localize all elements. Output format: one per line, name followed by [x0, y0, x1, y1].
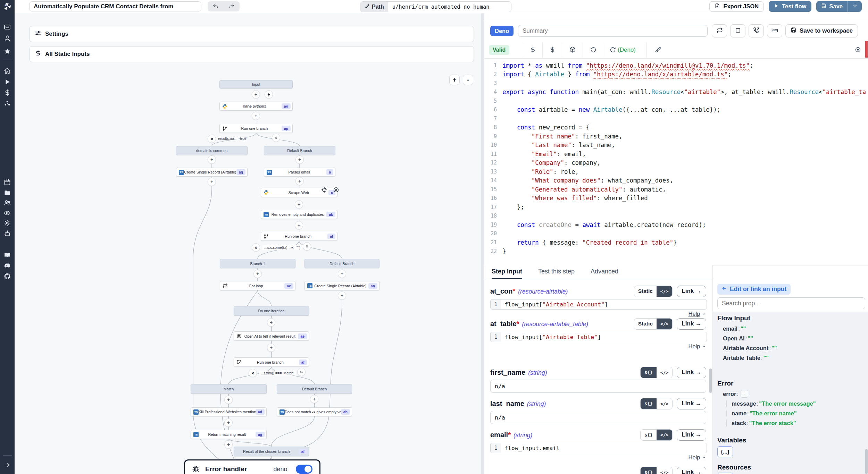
- folder-icon[interactable]: [4, 189, 11, 196]
- insert-step-button[interactable]: +: [295, 177, 304, 185]
- help-link[interactable]: Help: [490, 311, 706, 317]
- flow-node-af[interactable]: Run one branchaf: [234, 357, 309, 367]
- prop-row-airtable-table[interactable]: Airtable Table : "": [723, 355, 769, 361]
- flow-node-an[interactable]: TSCreate Single Record (Airtable)an: [304, 281, 379, 290]
- insert-step-button[interactable]: +: [310, 395, 318, 403]
- branch-compare-icon[interactable]: [303, 242, 311, 251]
- redo-button[interactable]: [224, 1, 240, 11]
- branch-compare-icon[interactable]: [272, 134, 280, 142]
- insert-step-button[interactable]: +: [224, 418, 233, 427]
- flow-settings-button[interactable]: Settings: [30, 26, 474, 42]
- delete-node-icon[interactable]: [333, 187, 339, 193]
- code-mode-toggle[interactable]: </>: [657, 319, 672, 329]
- field-value-input-last_name[interactable]: [490, 411, 706, 424]
- insert-step-button[interactable]: +: [208, 178, 216, 186]
- field-value-input-first_name[interactable]: [490, 380, 706, 393]
- prop-panel-scrollbar[interactable]: [865, 449, 868, 474]
- diff-view-button[interactable]: [853, 45, 862, 54]
- branch-close-icon[interactable]: ×: [208, 135, 216, 143]
- save-dropdown-button[interactable]: [848, 1, 862, 12]
- insert-step-button[interactable]: +: [295, 221, 303, 229]
- expand-resources-button[interactable]: {...}: [717, 473, 733, 474]
- template-mode-toggle[interactable]: ${}: [641, 367, 656, 378]
- format-code-button[interactable]: [653, 45, 662, 54]
- template-mode-toggle[interactable]: ${}: [641, 430, 656, 440]
- flow-node-ap[interactable]: Run one branchap: [219, 124, 293, 133]
- prop-row-error[interactable]: error : -: [723, 390, 748, 398]
- package-button[interactable]: [568, 45, 577, 54]
- template-mode-toggle[interactable]: ${}: [641, 398, 656, 409]
- suspend-button[interactable]: [749, 24, 764, 37]
- all-static-inputs-button[interactable]: All Static Inputs: [30, 46, 474, 62]
- flow-node-ao[interactable]: Inline python3ao: [219, 102, 293, 111]
- insert-step-button[interactable]: +: [295, 200, 303, 209]
- static-mode-toggle[interactable]: Static: [634, 286, 657, 297]
- link-input-button[interactable]: Link →: [677, 467, 706, 474]
- star-icon[interactable]: [4, 48, 11, 55]
- move-node-icon[interactable]: [322, 187, 327, 193]
- code-mode-toggle[interactable]: </>: [657, 367, 672, 378]
- calendar-icon[interactable]: [4, 179, 11, 186]
- add-resource-button[interactable]: [548, 45, 557, 54]
- sleep-button[interactable]: [767, 24, 782, 37]
- play-icon[interactable]: [4, 78, 11, 85]
- windmill-logo-icon[interactable]: [3, 2, 12, 11]
- error-handler-toggle[interactable]: [296, 465, 312, 474]
- insert-step-button[interactable]: +: [338, 270, 346, 278]
- undo-button[interactable]: [208, 1, 224, 11]
- user-icon[interactable]: [4, 35, 11, 42]
- collapse-node-button[interactable]: -: [741, 390, 748, 398]
- flow-node-ak[interactable]: TSRemoves empty and duplicatesak: [261, 210, 337, 219]
- prop-row-stack[interactable]: stack : "The error stack": [726, 420, 796, 426]
- flow-node-input[interactable]: Input: [219, 80, 293, 88]
- test-flow-button[interactable]: Test flow: [769, 1, 811, 12]
- flow-node-aq[interactable]: TSCreate Single Record (Airtable)aq: [176, 168, 248, 177]
- link-input-button[interactable]: Link →: [677, 318, 706, 330]
- panel-splitter[interactable]: [481, 13, 484, 474]
- flow-node-al[interactable]: Run one branchal: [261, 232, 337, 241]
- reload-language-button[interactable]: [608, 45, 617, 54]
- branch-close-icon[interactable]: ×: [249, 369, 257, 377]
- tab-advanced[interactable]: Advanced: [591, 265, 618, 279]
- home-icon[interactable]: [4, 67, 11, 74]
- dollar-icon[interactable]: [4, 89, 11, 96]
- flow-node-do-one-iteration[interactable]: Do one iteration: [234, 306, 309, 316]
- users-icon[interactable]: [4, 199, 11, 206]
- prop-row-message[interactable]: message : "The error message": [726, 400, 816, 407]
- save-to-workspace-button[interactable]: Save to workspace: [785, 24, 858, 37]
- flow-node-ad[interactable]: TSKill Professional Websites mentionsad: [191, 407, 267, 416]
- insert-step-button[interactable]: +: [224, 396, 233, 404]
- link-input-button[interactable]: Link →: [677, 398, 706, 409]
- flow-node-ac[interactable]: For loopac: [220, 281, 295, 290]
- book-icon[interactable]: [4, 252, 11, 259]
- flow-node-default-branch[interactable]: Default Branch: [277, 384, 352, 394]
- static-mode-toggle[interactable]: Static: [634, 319, 657, 329]
- prop-row-open-ai[interactable]: Open AI : "": [723, 335, 753, 342]
- summary-input[interactable]: [518, 25, 708, 37]
- error-handler-node[interactable]: Error handler deno: [184, 459, 320, 474]
- insert-step-button[interactable]: +: [338, 291, 346, 300]
- expand-variables-button[interactable]: {...}: [717, 446, 733, 457]
- template-mode-toggle[interactable]: ${}: [641, 467, 656, 474]
- zoom-in-button[interactable]: +: [449, 75, 460, 85]
- prop-row-airtable-account[interactable]: Airtable Account : "": [723, 345, 777, 352]
- add-variable-button[interactable]: [528, 45, 537, 54]
- bolt-icon[interactable]: [265, 90, 273, 99]
- code-mode-toggle[interactable]: </>: [657, 430, 672, 440]
- github-icon[interactable]: [4, 273, 11, 280]
- help-link[interactable]: Help: [490, 454, 706, 461]
- bot-icon[interactable]: [4, 230, 11, 237]
- branch-compare-icon[interactable]: [297, 368, 306, 376]
- code-editor[interactable]: 1import * as wmill from "https://deno.la…: [484, 61, 866, 255]
- save-button[interactable]: Save: [816, 1, 848, 12]
- reset-button[interactable]: [589, 45, 598, 54]
- flow-node-af[interactable]: Result of the chosen branchaf: [234, 447, 309, 456]
- export-json-button[interactable]: Export JSON: [709, 1, 764, 12]
- insert-step-button[interactable]: +: [252, 90, 260, 99]
- flow-node-domain-is-common[interactable]: domain is common: [176, 146, 248, 155]
- flow-node-match[interactable]: Match: [191, 384, 267, 394]
- link-input-button[interactable]: Link →: [677, 429, 706, 441]
- insert-step-button[interactable]: +: [295, 155, 304, 164]
- prop-search-input[interactable]: [717, 297, 865, 309]
- code-mode-toggle[interactable]: </>: [657, 286, 672, 297]
